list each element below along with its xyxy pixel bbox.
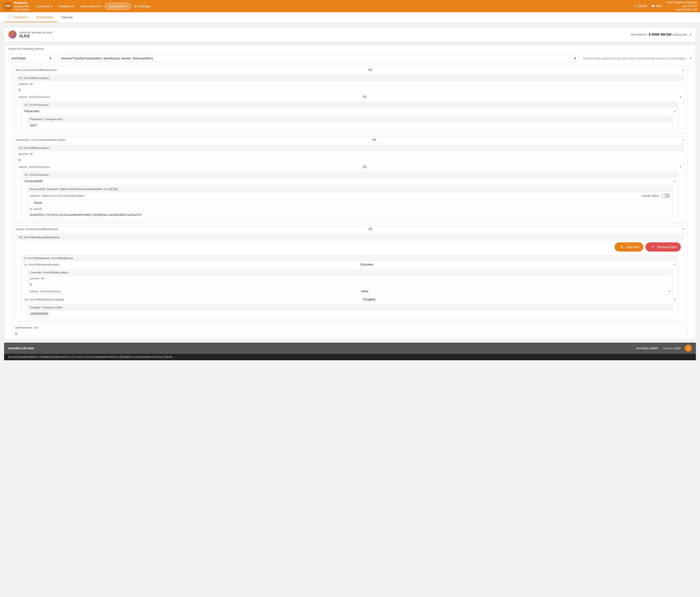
encoded-section: encoded call data encoding details calli…: [4, 343, 696, 360]
nav-item-network[interactable]: Network ▾: [56, 3, 77, 10]
nav-item-settings[interactable]: ⚙ Settings: [131, 3, 153, 10]
fee-asset-nested: feeAssetItem: u32 0: [12, 325, 688, 337]
pallet-row: submit the following extrinsic: [4, 45, 696, 52]
submit-label: submit the following extrinsic: [8, 47, 44, 50]
dest-x1-value-row: Parachain ▾: [22, 108, 678, 115]
account-box: using the selected account ALICE free ba…: [4, 27, 696, 42]
callindex-group: callindex 6302: [662, 347, 681, 350]
beneficiary-nested: beneficiary: XcmVersionedMultiLocation V…: [12, 136, 688, 223]
chevron-down-icon[interactable]: ▾: [683, 68, 684, 72]
brand-name: Kusama: [14, 1, 29, 5]
nav-right: ⬡ GitHub 📖 Wiki Parity Polkadot vchopsti…: [634, 1, 697, 11]
callindex-value: 6302: [675, 347, 681, 350]
asset-concrete-parents-value-row: 0: [27, 281, 673, 288]
chevron-down-icon: ▾: [50, 56, 51, 60]
file-icon: 📄: [8, 15, 12, 19]
bene-x1-deep: X1: XcmV3Junction AccountId32 ▾ AccountI…: [22, 172, 678, 220]
pallet-select[interactable]: xcmPallet ▾: [8, 55, 54, 62]
bene-parents-value: 0: [19, 158, 20, 162]
asset-concrete-interior-row: interior: XcmV3Junctions Here ▾: [27, 288, 673, 294]
encoded-value[interactable]: 0x63020300010005d1f03000010100d43593c715…: [4, 354, 696, 360]
chevron-down-icon: ▾: [690, 56, 692, 60]
account-label: using the selected account: [19, 31, 52, 34]
asset-fungible-value-row: 1000000000: [27, 310, 673, 317]
dest-interior-label: interior: XcmV3Junctions: [19, 95, 50, 98]
bene-x1-value: AccountId32: [24, 179, 43, 183]
bene-interior-label: interior: XcmV3Junctions: [19, 165, 50, 168]
assets-value: V3: [368, 227, 372, 231]
callindex-label: callindex: [662, 347, 674, 350]
remove-item-button[interactable]: − Remove item: [646, 242, 681, 252]
dest-value: V3: [368, 68, 372, 72]
chevron-down-icon[interactable]: ▾: [674, 263, 676, 266]
brand[interactable]: KSM Kusama kusama#430 #20,173,592: [3, 1, 29, 12]
beneficiary-v3-header: V3: XcmV3MultiLocation: [16, 145, 684, 151]
asset-concrete-parents-value: 0: [30, 283, 32, 287]
chevron-down-icon: ▾: [51, 4, 52, 8]
fee-asset-value: 0: [15, 332, 17, 336]
include-option-group: include option: [642, 193, 670, 198]
chevron-down-icon[interactable]: ▾: [674, 180, 676, 183]
chevron-down-icon[interactable]: ▾: [669, 290, 670, 293]
wiki-link[interactable]: 📖 Wiki: [651, 4, 662, 8]
dest-parachain-section: Parachain: Compact<u32> 2007: [24, 116, 676, 129]
asset-fungible-deep: Fungible: Compact<u128> 1000000000: [27, 304, 673, 317]
bene-network-value: None: [30, 201, 42, 205]
fee-asset-section: feeAssetItem: u32 0: [8, 325, 692, 337]
assets-section: assets: XcmVersionedMultiAssets V3 ▾ V3:…: [8, 225, 692, 323]
dest-parachain-value: 2007: [30, 123, 37, 127]
fee-asset-value-row: 0: [13, 331, 687, 337]
bene-accountid-section: AccountId32: {network: Option<XcmV3Junct…: [24, 186, 676, 218]
github-link[interactable]: ⬡ GitHub: [634, 4, 647, 8]
encoded-label: encoded call data: [8, 347, 34, 350]
github-icon: ⬡: [634, 4, 636, 8]
method-select[interactable]: reserveTransferAssets(dest, beneficiary,…: [58, 55, 579, 62]
nav-item-accounts[interactable]: Accounts ▾: [33, 3, 55, 10]
chevron-down-icon[interactable]: ▾: [683, 227, 684, 231]
encoding-details-label: encoding details: [636, 347, 658, 350]
add-item-button[interactable]: + Add item: [615, 242, 643, 252]
dest-nested: dest: XcmVersionedMultiLocation V3 ▾ V3:…: [12, 66, 688, 134]
assets-v3-section: V3: XcmV3MultiassetMultiAssets + Add ite…: [16, 234, 684, 321]
asset-concrete-interior-value: Here: [361, 289, 368, 293]
nav-item-developer[interactable]: Developer ▾: [105, 3, 130, 10]
account-name: ALICE: [19, 34, 52, 38]
dest-v3-section: V3: XcmV3MultiLocation parents: u8 0 int…: [16, 75, 684, 133]
tab-decode[interactable]: Decode: [57, 13, 77, 22]
beneficiary-v3-section: V3: XcmV3MultiLocation parents: u8 0 int…: [16, 145, 684, 222]
dest-parents-value-row: 0: [16, 87, 684, 94]
chevron-down-icon: ▾: [125, 4, 127, 8]
asset-fun-row: fun: XcmV3MultiassetFungibility Fungible…: [22, 296, 678, 303]
dest-parents-row: parents: u8: [16, 81, 684, 87]
method-value: reserveTransferAssets(dest, beneficiary,…: [61, 56, 153, 60]
chevron-down-icon[interactable]: ▾: [674, 298, 676, 301]
chevron-down-icon[interactable]: ▾: [674, 110, 676, 113]
assets-v3-header: V3: XcmV3MultiassetMultiAssets: [16, 235, 684, 240]
bene-network-label: network: Option<XcmV3JunctionNetworkId>: [30, 194, 85, 197]
asset-concrete-section: Concrete: XcmV3MultiLocation parents: u8…: [24, 269, 676, 295]
account-avatar: [8, 30, 17, 39]
dest-x1-section: X1: XcmV3Junction Parachain ▾ Parachain:…: [19, 102, 681, 130]
encoding-details: encoding details callindex 6302 1: [636, 345, 692, 352]
account-info: using the selected account ALICE: [19, 31, 52, 38]
account-hash: #20,173,592: [14, 8, 29, 11]
asset-concrete-parents-label: parents: u8: [30, 277, 44, 280]
tab-extrinsics[interactable]: 📄 Extrinsics: [4, 13, 32, 22]
dest-x1-header: X1: XcmV3Junction: [22, 102, 678, 108]
include-option-toggle[interactable]: [661, 193, 670, 198]
encoded-header: encoded call data encoding details calli…: [4, 343, 696, 354]
include-option-label: include option: [642, 194, 659, 197]
chevron-down-icon: ▾: [100, 4, 101, 8]
tab-submission[interactable]: Submission: [32, 13, 57, 22]
dest-interior-row: interior: XcmV3Junctions X1 ▾: [16, 94, 684, 100]
main-content: using the selected account ALICE free ba…: [0, 23, 700, 597]
chevron-down-icon[interactable]: ▾: [680, 95, 681, 99]
chevron-down-icon[interactable]: ▾: [680, 165, 681, 169]
bene-x1-value-row: AccountId32 ▾: [22, 178, 678, 185]
settings-icon: ⚙: [134, 4, 138, 8]
bene-network-value-row: None: [27, 199, 673, 206]
bene-network-row: network: Option<XcmV3JunctionNetworkId> …: [27, 192, 673, 199]
nav-item-governance[interactable]: Governance ▾: [77, 3, 104, 10]
chevron-down-icon[interactable]: ▾: [683, 138, 684, 142]
bene-interior-value: X1: [363, 165, 367, 169]
